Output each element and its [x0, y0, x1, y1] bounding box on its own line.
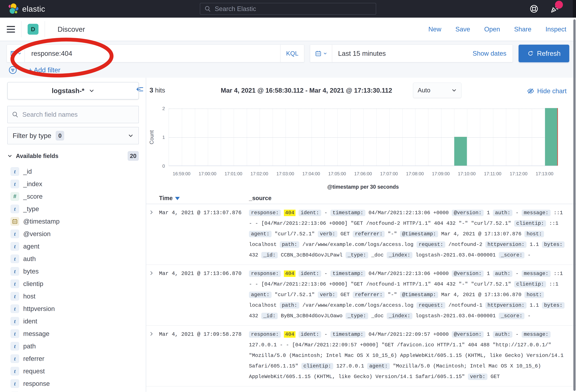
- field-item-_score[interactable]: #_score: [7, 190, 139, 203]
- vertical-gridline: [389, 109, 390, 166]
- vertical-gridline: [350, 109, 351, 166]
- field-item-message[interactable]: tmessage: [7, 327, 139, 340]
- help-button[interactable]: [529, 4, 539, 13]
- field-item-_id[interactable]: t_id: [7, 165, 139, 178]
- whats-new-button[interactable]: [550, 4, 559, 13]
- field-item-auth[interactable]: tauth: [7, 252, 139, 265]
- source-field-badge: timestamp:: [330, 331, 365, 338]
- row-time: Mar 4, 2021 @ 17:09:58.278: [159, 329, 249, 382]
- saved-query-menu-button[interactable]: [7, 45, 25, 62]
- chevron-down-icon: [128, 133, 134, 139]
- hide-chart-button[interactable]: Hide chart: [527, 87, 567, 95]
- x-axis-tick-label: 17:10:00: [458, 171, 476, 176]
- refresh-button[interactable]: Refresh: [518, 45, 569, 62]
- highlighted-value: 404: [284, 270, 295, 277]
- field-item-_index[interactable]: t_index: [7, 178, 139, 190]
- sort-desc-icon[interactable]: [175, 197, 180, 200]
- field-name: agent: [23, 243, 39, 250]
- text-field-icon: t: [11, 267, 19, 276]
- app-navbar: D Discover NewSaveOpenShareInspect: [0, 18, 576, 41]
- field-search[interactable]: [7, 106, 139, 123]
- refresh-label: Refresh: [537, 50, 561, 57]
- menu-hamburger-icon[interactable]: [7, 26, 15, 33]
- chevron-down-icon: [323, 52, 327, 55]
- scrollbar-thumb[interactable]: [573, 19, 576, 391]
- nav-action-new[interactable]: New: [428, 26, 441, 33]
- x-axis-tick-label: 17:07:00: [380, 171, 398, 176]
- index-pattern-select[interactable]: logstash-*: [7, 82, 139, 99]
- field-item-_type[interactable]: t_type: [7, 203, 139, 215]
- field-name: bytes: [23, 268, 39, 275]
- source-field-badge: message:: [522, 331, 550, 338]
- source-field-badge: _score:: [499, 252, 524, 258]
- global-search[interactable]: [200, 3, 376, 15]
- date-picker-calendar-button[interactable]: [310, 45, 332, 62]
- date-picker: Last 15 minutes Show dates: [310, 45, 513, 62]
- field-name: clientip: [23, 280, 43, 287]
- source-field-badge: _id:: [261, 252, 278, 258]
- time-range-value[interactable]: Last 15 minutes: [332, 50, 386, 57]
- global-search-input[interactable]: [215, 5, 372, 12]
- field-item-ident[interactable]: tident: [7, 315, 139, 327]
- expand-row-button[interactable]: [146, 208, 159, 260]
- vertical-gridline: [493, 109, 493, 166]
- field-item-response[interactable]: tresponse: [7, 377, 139, 390]
- column-header-time[interactable]: Time: [159, 195, 249, 201]
- histogram-bar[interactable]: [454, 137, 467, 166]
- interval-value: Auto: [418, 87, 430, 94]
- nav-action-save[interactable]: Save: [456, 26, 470, 33]
- row-source: response: 404 ident: - timestamp: 04/Mar…: [249, 208, 576, 260]
- filter-icon[interactable]: [8, 66, 17, 74]
- filter-by-type[interactable]: Filter by type 0: [7, 127, 139, 144]
- source-field-badge: _index:: [387, 252, 412, 258]
- chevron-down-icon: [7, 153, 12, 158]
- field-item-agent[interactable]: tagent: [7, 240, 139, 252]
- discover-app-badge[interactable]: D: [28, 24, 38, 35]
- available-fields-label: Available fields: [16, 153, 58, 159]
- text-field-icon: t: [11, 292, 19, 301]
- chevron-down-icon: [89, 88, 94, 93]
- field-search-input[interactable]: [22, 111, 134, 118]
- field-item-httpversion[interactable]: thttpversion: [7, 303, 139, 315]
- show-dates-button[interactable]: Show dates: [473, 50, 513, 57]
- nav-action-inspect[interactable]: Inspect: [546, 26, 566, 33]
- query-input[interactable]: response:404 KQL: [7, 45, 304, 62]
- source-field-badge: referrer:: [353, 231, 385, 237]
- field-item-@timestamp[interactable]: @timestamp: [7, 215, 139, 227]
- interval-select[interactable]: Auto: [413, 83, 461, 98]
- vertical-gridline: [402, 109, 403, 166]
- field-item-referrer[interactable]: treferrer: [7, 352, 139, 365]
- hits-number: 3: [149, 86, 153, 94]
- add-filter-button[interactable]: + Add filter: [28, 66, 60, 74]
- source-field-badge: agent:: [249, 292, 272, 298]
- field-name: response: [23, 380, 50, 387]
- histogram-bar[interactable]: [545, 108, 558, 166]
- field-item-request[interactable]: trequest: [7, 365, 139, 377]
- expand-row-button[interactable]: [146, 329, 159, 382]
- field-item-@version[interactable]: t@version: [7, 227, 139, 240]
- expand-row-button[interactable]: [146, 268, 159, 321]
- chevron-right-icon: [149, 210, 154, 215]
- row-time: Mar 4, 2021 @ 17:13:07.876: [159, 208, 249, 260]
- source-field-badge: @version:: [452, 331, 484, 338]
- query-language-button[interactable]: KQL: [280, 45, 304, 62]
- source-field-badge: response:: [249, 331, 281, 338]
- available-fields-header[interactable]: Available fields 20: [7, 151, 139, 161]
- histogram-chart[interactable]: Count @timestamp per 30 seconds 01216:59…: [146, 103, 576, 192]
- collapse-sidebar-button[interactable]: [136, 85, 144, 94]
- nav-action-share[interactable]: Share: [514, 26, 531, 33]
- source-field-badge: message:: [522, 210, 550, 216]
- vertical-gridline: [532, 109, 532, 166]
- field-item-host[interactable]: thost: [7, 290, 139, 303]
- notification-dot: [555, 1, 563, 9]
- field-item-timestamp[interactable]: ttimestamp: [7, 390, 139, 392]
- source-field-badge: _index:: [387, 313, 412, 319]
- horizontal-gridline: [169, 137, 557, 138]
- field-item-clientip[interactable]: tclientip: [7, 278, 139, 290]
- text-field-icon: t: [11, 205, 19, 213]
- field-item-bytes[interactable]: tbytes: [7, 265, 139, 278]
- nav-action-open[interactable]: Open: [484, 26, 500, 33]
- field-item-path[interactable]: tpath: [7, 340, 139, 352]
- query-text[interactable]: response:404: [25, 50, 280, 57]
- horizontal-gridline: [169, 109, 557, 109]
